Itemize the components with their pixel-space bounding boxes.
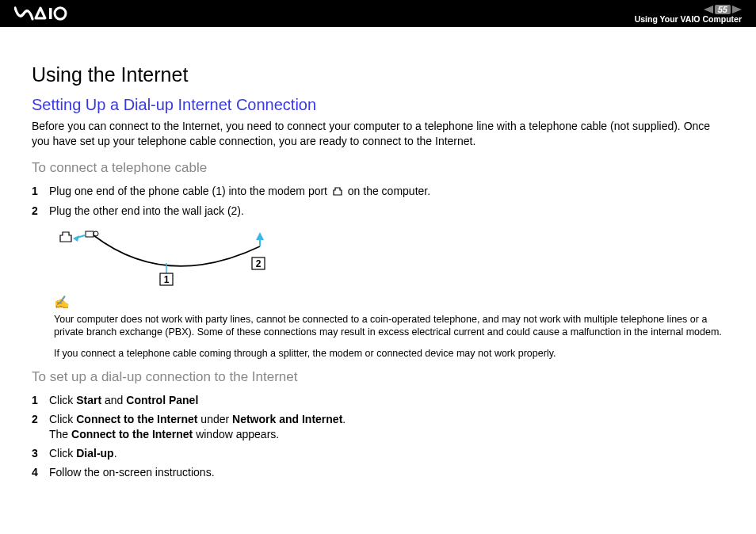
intro-paragraph: Before you can connect to the Internet, … bbox=[32, 119, 724, 149]
list-item: 2Click Connect to the Internet under Net… bbox=[32, 412, 724, 442]
svg-point-1 bbox=[55, 8, 66, 19]
step-number: 1 bbox=[32, 393, 49, 408]
note-icon: ✍ bbox=[54, 295, 724, 311]
prev-arrow-icon[interactable] bbox=[704, 6, 713, 13]
subsection-b: To set up a dial-up connection to the In… bbox=[32, 369, 724, 385]
diagram-label-1: 1 bbox=[164, 274, 170, 285]
step-number: 2 bbox=[32, 412, 49, 427]
list-item: 1Click Start and Control Panel bbox=[32, 393, 724, 408]
step-number: 2 bbox=[32, 204, 49, 219]
bold-text: Connect to the Internet bbox=[71, 428, 193, 441]
list-item: 2 Plug the other end into the wall jack … bbox=[32, 204, 724, 219]
list-item: 4Follow the on-screen instructions. bbox=[32, 465, 724, 480]
bold-text: Network and Internet bbox=[232, 413, 342, 425]
page-number: 55 bbox=[715, 5, 731, 14]
note-text: Your computer does not work with party l… bbox=[54, 313, 724, 339]
bold-text: Dial-up bbox=[76, 447, 113, 460]
step-number: 4 bbox=[32, 465, 49, 480]
next-arrow-icon[interactable] bbox=[732, 6, 742, 13]
step-text: Click Dial-up. bbox=[49, 446, 724, 461]
header-bar: 55 Using Your VAIO Computer bbox=[0, 0, 756, 27]
step-text: Follow the on-screen instructions. bbox=[49, 465, 724, 480]
header-right: 55 Using Your VAIO Computer bbox=[635, 3, 742, 25]
page-navigation: 55 bbox=[704, 5, 742, 14]
page-title: Using the Internet bbox=[32, 63, 724, 86]
svg-rect-2 bbox=[86, 231, 94, 237]
modem-port-icon bbox=[332, 185, 343, 200]
note-text: If you connect a telephone cable coming … bbox=[54, 347, 724, 360]
bold-text: Connect to the Internet bbox=[76, 413, 197, 425]
step-text: Plug one end of the phone cable (1) into… bbox=[49, 184, 724, 200]
step-text: Click Connect to the Internet under Netw… bbox=[49, 412, 724, 442]
bold-text: Start bbox=[76, 394, 101, 406]
subsection-a: To connect a telephone cable bbox=[32, 160, 724, 176]
step-text: Plug the other end into the wall jack (2… bbox=[49, 204, 724, 219]
bold-text: Control Panel bbox=[126, 394, 198, 406]
list-item: 1 Plug one end of the phone cable (1) in… bbox=[32, 184, 724, 200]
step-text: Click Start and Control Panel bbox=[49, 393, 724, 408]
page-content: Using the Internet Setting Up a Dial-up … bbox=[0, 27, 756, 479]
section-heading: Setting Up a Dial-up Internet Connection bbox=[32, 96, 724, 114]
cable-diagram: 1 2 bbox=[55, 227, 277, 287]
text-fragment: on the computer. bbox=[345, 185, 430, 197]
note-block: ✍ Your computer does not work with party… bbox=[54, 295, 724, 360]
list-item: 3Click Dial-up. bbox=[32, 446, 724, 461]
svg-rect-0 bbox=[49, 8, 52, 19]
steps-list-b: 1Click Start and Control Panel2Click Con… bbox=[32, 393, 724, 479]
steps-list-a: 1 Plug one end of the phone cable (1) in… bbox=[32, 184, 724, 219]
step-number: 1 bbox=[32, 184, 49, 199]
vaio-logo bbox=[14, 6, 87, 21]
text-fragment: Plug one end of the phone cable (1) into… bbox=[49, 185, 330, 197]
step-number: 3 bbox=[32, 446, 49, 461]
header-subtitle: Using Your VAIO Computer bbox=[635, 15, 742, 25]
diagram-label-2: 2 bbox=[256, 258, 262, 269]
